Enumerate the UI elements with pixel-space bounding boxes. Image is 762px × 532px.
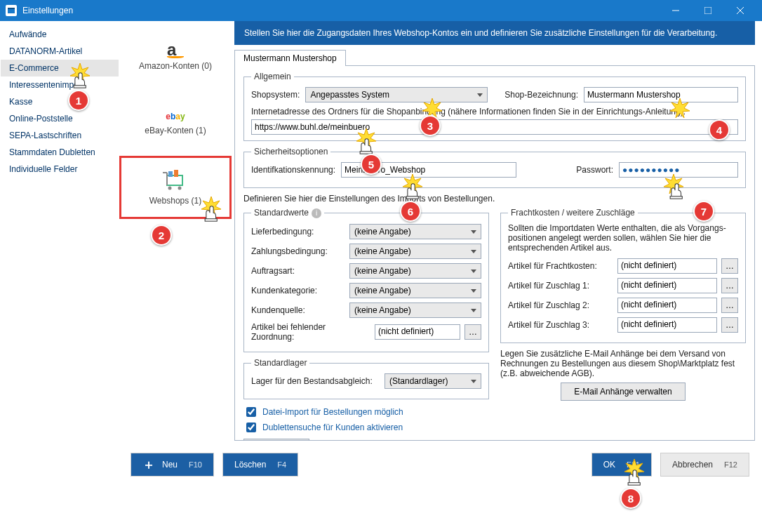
freight-fieldset: Frachtkosten / weitere Zuschläge Sollten… (500, 208, 746, 343)
id-label: Identifkationskennung: (251, 165, 335, 175)
einstellungen-button[interactable]: Einstellungen (243, 439, 309, 441)
neu-button[interactable]: ＋NeuF10 (131, 453, 214, 477)
svg-point-10 (178, 186, 182, 189)
annotation-badge-8: 8 (620, 488, 641, 509)
kundenquelle-label: Kundenquelle: (251, 305, 349, 315)
nav-ecommerce[interactable]: E-Commerce (1, 60, 119, 77)
stock-dropdown[interactable]: (Standardlager) (385, 373, 481, 389)
import-note: Definieren Sie hier die Einstellungen de… (243, 194, 746, 204)
shop-list: a Amazon-Konten (0) ebay eBay-Konten (1)… (119, 21, 232, 448)
password-label: Passwort: (576, 165, 613, 175)
svg-rect-6 (167, 175, 182, 185)
zuschlag1-label: Artikel für Zuschlag 1: (508, 281, 613, 291)
svg-rect-12 (174, 170, 178, 177)
kundenquelle-dropdown[interactable]: (keine Angabe) (349, 302, 481, 318)
ebay-caption: eBay-Konten (1) (145, 126, 206, 135)
nav-interessenten[interactable]: Interessentenimport (1, 77, 119, 93)
mail-attachments-button[interactable]: E-Mail Anhänge verwalten (561, 383, 685, 401)
tab-mustershop[interactable]: Mustermann Mustershop (234, 50, 346, 66)
amazon-caption: Amazon-Konten (0) (139, 61, 212, 71)
window-title: Einstellungen (22, 6, 660, 15)
security-fieldset: Sicherheitsoptionen Identifkationskennun… (243, 147, 746, 188)
svg-point-9 (168, 186, 172, 189)
stock-legend: Standardlager (251, 358, 309, 368)
nav-aufwaende[interactable]: Aufwände (1, 26, 119, 43)
titlebar: Einstellungen (0, 0, 762, 21)
fracht-value[interactable]: (nicht definiert) (617, 258, 717, 274)
auftragsart-label: Auftragsart: (251, 266, 349, 276)
nav-felder[interactable]: Individuelle Felder (1, 161, 119, 178)
zuschlag1-browse-button[interactable]: … (721, 278, 738, 293)
defaults-fieldset: Standardwertei Lieferbedingung:(keine An… (243, 208, 489, 352)
loeschen-button[interactable]: LöschenF4 (222, 453, 298, 477)
security-legend: Sicherheitsoptionen (251, 147, 330, 157)
maximize-button[interactable] (692, 0, 724, 21)
freight-intro: Sollten die Importdaten Werte enthalten,… (508, 223, 738, 253)
shop-settings-panel: Allgemein Shopsystem: Angepasstes System… (234, 65, 755, 441)
svg-rect-1 (8, 8, 15, 9)
kundenkategorie-label: Kundenkategorie: (251, 286, 349, 295)
lieferbedingung-dropdown[interactable]: (keine Angabe) (349, 224, 481, 239)
bottom-bar: ＋NeuF10 LöschenF4 OKF11 AbbrechenF12 (0, 448, 762, 481)
shopsystem-dropdown[interactable]: Angepasstes System (305, 87, 488, 102)
shopname-label: Shop-Bezeichnung: (504, 90, 578, 100)
amazon-konten-item[interactable]: a Amazon-Konten (0) (119, 24, 232, 87)
missing-article-label: Artikel bei fehlender Zuordnung: (251, 322, 370, 342)
shopname-input[interactable] (584, 87, 738, 102)
nav-kasse[interactable]: Kasse (1, 93, 119, 110)
zuschlag3-value[interactable]: (nicht definiert) (617, 317, 717, 333)
url-label: Internetadresse des Ordners für die Shop… (251, 107, 738, 117)
dubletten-checkbox[interactable]: Dublettensuche für Kunden aktivieren (243, 420, 489, 434)
url-input[interactable] (251, 119, 738, 135)
missing-article-browse-button[interactable]: … (464, 324, 481, 340)
zahlungsbedingung-label: Zahlungsbedingung: (251, 246, 349, 256)
shopsystem-value: Angepasstes System (310, 90, 389, 100)
auftragsart-dropdown[interactable]: (keine Angabe) (349, 263, 481, 279)
amazon-logo-icon: a (167, 40, 184, 58)
zuschlag3-browse-button[interactable]: … (721, 317, 738, 333)
zuschlag1-value[interactable]: (nicht definiert) (617, 278, 717, 293)
abbrechen-button[interactable]: AbbrechenF12 (660, 453, 749, 477)
nav-sepa[interactable]: SEPA-Lastschriften (1, 127, 119, 144)
general-fieldset: Allgemein Shopsystem: Angepasstes System… (243, 72, 746, 141)
zuschlag2-value[interactable]: (nicht definiert) (617, 298, 717, 313)
cart-icon (161, 170, 189, 193)
ok-button[interactable]: OKF11 (591, 453, 652, 477)
nav-dubletten[interactable]: Stammdaten Dubletten (1, 144, 119, 161)
nav-datanorm[interactable]: DATANORM-Artikel (1, 43, 119, 60)
id-input[interactable] (341, 162, 516, 178)
close-button[interactable] (724, 0, 756, 21)
settings-nav: Aufwände DATANORM-Artikel E-Commerce Int… (0, 21, 119, 448)
info-icon[interactable]: i (312, 208, 321, 218)
ebay-logo-icon: ebay (166, 108, 185, 123)
info-banner: Stellen Sie hier die Zugangsdaten Ihres … (234, 21, 755, 45)
zuschlag2-label: Artikel für Zuschlag 2: (508, 300, 613, 310)
svg-rect-11 (168, 171, 173, 177)
stock-label: Lager für den Bestandsabgleich: (251, 376, 385, 386)
kundenkategorie-dropdown[interactable]: (keine Angabe) (349, 283, 481, 298)
mail-text: Legen Sie zusätzliche E-Mail Anhänge bei… (500, 349, 746, 378)
plus-icon: ＋ (142, 456, 155, 473)
zuschlag2-browse-button[interactable]: … (721, 298, 738, 313)
lieferbedingung-label: Lieferbedingung: (251, 227, 349, 237)
fracht-browse-button[interactable]: … (721, 258, 738, 274)
missing-article-value[interactable]: (nicht definiert) (375, 324, 460, 340)
shopsystem-label: Shopsystem: (251, 90, 300, 100)
app-icon (6, 5, 17, 16)
defaults-legend: Standardwertei (251, 208, 324, 218)
webshops-item[interactable]: Webshops (1) (119, 156, 232, 219)
ebay-konten-item[interactable]: ebay eBay-Konten (1) (119, 90, 232, 153)
stock-fieldset: Standardlager Lager für den Bestandsabgl… (243, 358, 489, 399)
general-legend: Allgemein (251, 72, 294, 81)
nav-poststelle[interactable]: Online-Poststelle (1, 110, 119, 127)
webshops-caption: Webshops (1) (149, 196, 201, 206)
fracht-label: Artikel für Frachtkosten: (508, 261, 613, 271)
zuschlag3-label: Artikel für Zuschlag 3: (508, 320, 613, 330)
minimize-button[interactable] (660, 0, 692, 21)
password-input[interactable] (619, 162, 738, 178)
svg-rect-3 (704, 7, 711, 14)
file-import-checkbox[interactable]: Datei-Import für Bestellungen möglich (243, 405, 489, 419)
freight-legend: Frachtkosten / weitere Zuschläge (508, 208, 638, 218)
zahlungsbedingung-dropdown[interactable]: (keine Angabe) (349, 244, 481, 259)
